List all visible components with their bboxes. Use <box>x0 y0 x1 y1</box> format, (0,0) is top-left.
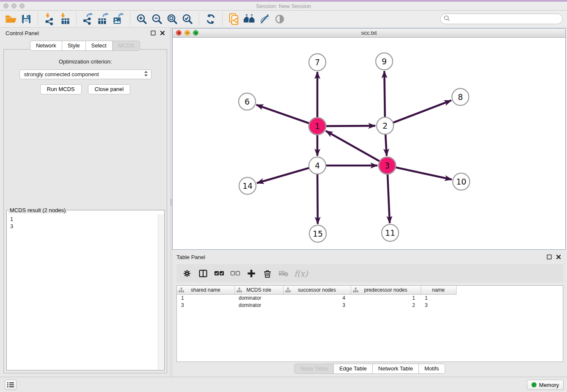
table-cell[interactable]: 4 <box>283 294 351 301</box>
settings-icon[interactable] <box>180 267 193 280</box>
table-cell[interactable]: dominator <box>234 294 283 301</box>
table-row[interactable]: 1dominator411 <box>177 294 563 301</box>
float-table-panel-icon[interactable] <box>546 254 552 259</box>
toolbar-separator <box>130 13 130 25</box>
open-file-icon[interactable] <box>3 12 19 26</box>
show-graphics-details-icon[interactable] <box>272 12 287 26</box>
table-cell[interactable]: 1 <box>177 294 234 301</box>
close-table-panel-icon[interactable] <box>556 254 561 259</box>
control-panel: Control Panel NetworkStyleSelectMCDS Opt… <box>0 28 170 377</box>
graph-edge-1-6[interactable] <box>256 105 317 126</box>
network-title: scc.txt <box>173 30 565 36</box>
network-canvas-svg[interactable]: 7968124314101511 <box>173 38 565 249</box>
add-row-icon[interactable] <box>245 267 258 280</box>
table-tab-edge-table[interactable]: Edge Table <box>334 364 373 374</box>
column-header-label: predecessor nodes <box>351 287 421 293</box>
app-titlebar: Session: New Session <box>0 2 567 11</box>
tab-style[interactable]: Style <box>62 41 86 51</box>
mcds-result-list: 13 <box>7 214 158 370</box>
splitter-grip[interactable] <box>171 199 172 206</box>
column-header-label: successor nodes <box>284 287 351 293</box>
home-icon[interactable] <box>242 12 257 26</box>
split-panel-icon[interactable] <box>196 267 209 280</box>
graph-edge-3-10[interactable] <box>387 166 452 179</box>
result-scrollbar[interactable] <box>158 214 164 370</box>
column-header-name[interactable]: name <box>421 286 456 294</box>
memory-status-dot <box>531 382 537 387</box>
tab-mcds[interactable]: MCDS <box>113 41 140 51</box>
column-sort-tree-icon <box>179 287 184 294</box>
graph-node-label: 14 <box>242 181 253 190</box>
graph-edge-2-8[interactable] <box>385 100 451 126</box>
criterion-select-value: strongly connected component <box>24 71 143 77</box>
column-sort-tree-icon <box>353 287 358 294</box>
clone-network-icon[interactable] <box>226 12 242 26</box>
toolbar-separator <box>76 13 77 25</box>
export-table-icon[interactable] <box>96 12 111 26</box>
zoom-selected-icon[interactable] <box>180 12 195 26</box>
close-panel-icon[interactable] <box>160 30 165 36</box>
table-tab-node-table[interactable]: Node Table <box>294 364 334 374</box>
table-tab-motifs[interactable]: Motifs <box>419 364 445 374</box>
mcds-result-line: 3 <box>10 223 158 230</box>
save-session-icon[interactable] <box>19 12 34 26</box>
graph-node-label: 9 <box>382 57 387 66</box>
import-network-icon[interactable] <box>42 12 57 26</box>
mcds-result-group: MCDS result (2 nodes) 13 <box>6 207 165 370</box>
network-window-titlebar[interactable]: scc.txt <box>173 29 565 38</box>
zoom-out-icon[interactable] <box>149 12 165 26</box>
row-filler <box>456 294 563 301</box>
task-history-icon[interactable] <box>5 380 17 390</box>
criterion-select[interactable]: strongly connected component <box>19 69 151 79</box>
zoom-fit-icon[interactable] <box>165 12 180 26</box>
search-box[interactable] <box>440 14 563 24</box>
run-mcds-button[interactable]: Run MCDS <box>40 84 82 94</box>
table-cell[interactable]: 3 <box>421 301 456 309</box>
zoom-in-icon[interactable] <box>134 12 149 26</box>
column-header-mcds-role[interactable]: MCDS role <box>234 286 283 294</box>
select-all-icon[interactable] <box>212 267 226 280</box>
fx-function-builder-icon: f(x) <box>293 269 308 278</box>
column-header-shared-name[interactable]: shared name <box>177 286 234 294</box>
table-cell[interactable]: 3 <box>283 301 351 309</box>
graph-edge-4-14[interactable] <box>257 166 317 183</box>
memory-button[interactable]: Memory <box>527 380 564 390</box>
float-panel-icon[interactable] <box>150 30 156 36</box>
column-header-label: MCDS role <box>235 287 283 293</box>
graph-edge-3-1[interactable] <box>326 131 387 166</box>
delete-row-icon[interactable] <box>261 267 274 280</box>
column-sort-tree-icon <box>285 287 291 294</box>
graph-node-label: 10 <box>456 177 466 186</box>
import-table-icon[interactable] <box>57 12 72 26</box>
table-cell[interactable]: dominator <box>234 301 283 309</box>
table-cell[interactable]: 1 <box>351 294 421 301</box>
table-tab-network-table[interactable]: Network Table <box>373 364 419 374</box>
graph-node-label: 2 <box>383 121 388 130</box>
export-network-icon[interactable] <box>80 12 96 26</box>
header-filler <box>456 286 563 294</box>
column-header-successor-nodes[interactable]: successor nodes <box>283 286 351 294</box>
column-header-label: name <box>421 287 456 293</box>
table-cell[interactable]: 3 <box>177 301 234 309</box>
hide-graphics-details-icon[interactable] <box>257 12 272 26</box>
column-header-predecessor-nodes[interactable]: predecessor nodes <box>351 286 421 294</box>
export-image-icon[interactable] <box>111 12 126 26</box>
table-row[interactable]: 3dominator323 <box>177 301 563 309</box>
refresh-view-icon[interactable] <box>203 12 218 26</box>
table-panel-header: Table Panel <box>172 252 567 263</box>
graph-node-label: 6 <box>245 97 250 106</box>
app-title: Session: New Session <box>0 3 567 9</box>
control-panel-title: Control Panel <box>6 30 39 36</box>
delete-table-icon <box>277 267 290 280</box>
tab-network[interactable]: Network <box>30 41 62 51</box>
search-input[interactable] <box>452 16 562 22</box>
table-panel: Table Panel f(x) shared nameMCDS rolesuc… <box>172 252 567 377</box>
table-cell[interactable]: 2 <box>351 301 421 309</box>
tab-select[interactable]: Select <box>86 41 113 51</box>
node-table: shared nameMCDS rolesuccessor nodesprede… <box>177 286 563 309</box>
deselect-all-icon[interactable] <box>228 267 242 280</box>
close-panel-button[interactable]: Close panel <box>88 84 131 94</box>
table-cell[interactable]: 1 <box>421 294 456 301</box>
graph-node-label: 1 <box>315 121 320 131</box>
mcds-result-title: MCDS result (2 nodes) <box>8 207 67 213</box>
